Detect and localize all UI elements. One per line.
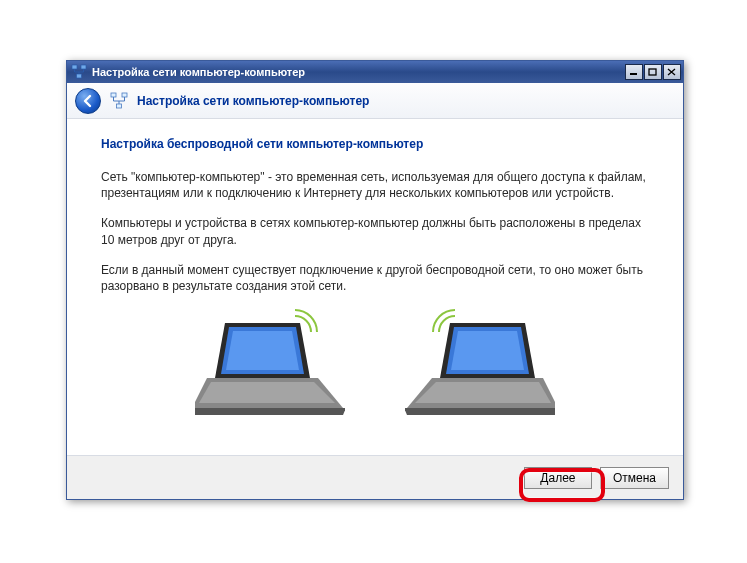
network-wizard-icon xyxy=(109,91,129,111)
laptop-right-icon xyxy=(405,308,555,421)
header-bar: Настройка сети компьютер-компьютер xyxy=(67,83,683,119)
back-button[interactable] xyxy=(75,88,101,114)
wizard-window: Настройка сети компьютер-компьютер xyxy=(66,60,684,500)
svg-rect-0 xyxy=(72,65,77,69)
svg-marker-10 xyxy=(226,331,299,370)
intro-paragraph-2: Компьютеры и устройства в сетях компьюте… xyxy=(101,215,649,247)
next-button[interactable]: Далее xyxy=(524,467,592,489)
footer-bar: Далее Отмена xyxy=(67,455,683,499)
minimize-button[interactable] xyxy=(625,64,643,80)
svg-rect-2 xyxy=(77,74,82,78)
svg-rect-5 xyxy=(111,93,116,97)
svg-marker-12 xyxy=(199,382,335,403)
network-app-icon xyxy=(71,64,87,80)
svg-marker-13 xyxy=(195,408,345,415)
svg-marker-16 xyxy=(451,331,524,370)
intro-paragraph-3: Если в данный момент существует подключе… xyxy=(101,262,649,294)
header-title: Настройка сети компьютер-компьютер xyxy=(137,94,369,108)
svg-rect-1 xyxy=(81,65,86,69)
content-area: Настройка беспроводной сети компьютер-ко… xyxy=(67,119,683,455)
laptops-illustration xyxy=(101,308,649,421)
close-button[interactable] xyxy=(663,64,681,80)
window-title: Настройка сети компьютер-компьютер xyxy=(92,66,625,78)
svg-rect-6 xyxy=(122,93,127,97)
maximize-button[interactable] xyxy=(644,64,662,80)
svg-rect-4 xyxy=(649,69,656,75)
intro-paragraph-1: Сеть "компьютер-компьютер" - это временн… xyxy=(101,169,649,201)
svg-marker-19 xyxy=(405,408,555,415)
svg-rect-7 xyxy=(117,104,122,108)
cancel-button[interactable]: Отмена xyxy=(600,467,669,489)
laptop-left-icon xyxy=(195,308,345,421)
svg-marker-18 xyxy=(415,382,551,403)
titlebar: Настройка сети компьютер-компьютер xyxy=(67,61,683,83)
page-heading: Настройка беспроводной сети компьютер-ко… xyxy=(101,137,649,151)
window-controls xyxy=(625,64,681,80)
